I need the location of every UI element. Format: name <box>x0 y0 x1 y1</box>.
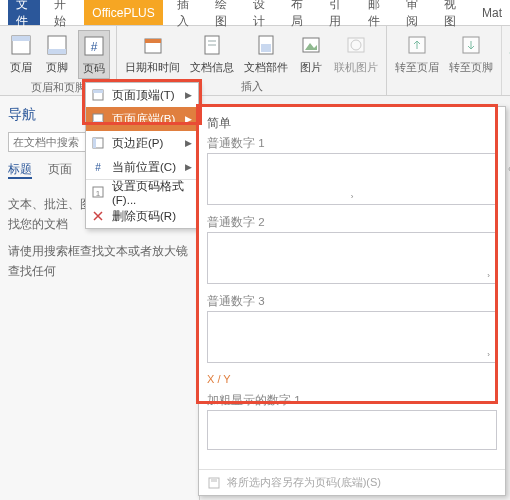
page-num-placeholder: › <box>487 271 490 280</box>
ribbon: 页眉 页脚 # 页码 页眉和页脚 日期和时间 <box>0 26 510 96</box>
page-num-placeholder: › <box>351 192 354 201</box>
svg-text:#: # <box>91 40 98 54</box>
tab-math[interactable]: Mat <box>474 0 510 25</box>
tab-mail[interactable]: 邮件 <box>360 0 392 25</box>
menu-current-position[interactable]: # 当前位置(C) ▶ <box>86 155 198 179</box>
gallery-section-simple: 简单 <box>207 115 497 132</box>
svg-rect-1 <box>12 36 30 41</box>
submenu-arrow-icon: ▶ <box>185 90 192 100</box>
online-picture-button[interactable]: 联机图片 <box>332 30 380 77</box>
menu-format-page-number[interactable]: 1 设置页码格式(F)... <box>86 180 198 204</box>
page-number-button[interactable]: # 页码 <box>78 30 110 79</box>
group-goto-label <box>393 80 495 95</box>
footer-button[interactable]: 页脚 <box>42 30 72 77</box>
header-button[interactable]: 页眉 <box>6 30 36 77</box>
tab-insert[interactable]: 插入 <box>169 0 201 25</box>
remove-icon <box>91 209 105 223</box>
svg-rect-25 <box>93 138 96 148</box>
ribbon-group-nav: 上一条 下一条 链接到前一节 导航 <box>502 26 510 95</box>
menu-margins[interactable]: 页边距(P) ▶ <box>86 131 198 155</box>
gallery-item-1-title: 普通数字 1 <box>207 136 497 151</box>
tab-review[interactable]: 审阅 <box>398 0 430 25</box>
footer-label: 页脚 <box>46 60 68 75</box>
ribbon-tabs: 文件 开始 OfficePLUS 插入 绘图 设计 布局 引用 邮件 审阅 视图… <box>0 0 510 26</box>
nav-tab-heading[interactable]: 标题 <box>8 162 32 179</box>
picture-button[interactable]: 图片 <box>296 30 326 77</box>
docinfo-label: 文档信息 <box>190 60 234 75</box>
format-icon: 1 <box>91 185 105 199</box>
gallery-footer-label: 将所选内容另存为页码(底端)(S) <box>227 475 381 490</box>
tab-home[interactable]: 开始 <box>46 0 78 25</box>
tab-officeplus[interactable]: OfficePLUS <box>84 0 162 25</box>
tab-view[interactable]: 视图 <box>436 0 468 25</box>
tab-draw[interactable]: 绘图 <box>207 0 239 25</box>
svg-rect-30 <box>211 478 217 482</box>
docinfo-button[interactable]: 文档信息 <box>188 30 236 77</box>
nav-body-line2: 请使用搜索框查找文本或者放大镜查找任何 <box>8 242 191 281</box>
tab-file[interactable]: 文件 <box>8 0 40 25</box>
picture-icon <box>298 32 324 58</box>
gallery-item-3[interactable]: › <box>207 311 497 363</box>
svg-rect-7 <box>145 39 161 43</box>
goto-header-label: 转至页眉 <box>395 60 439 75</box>
menu-remove-label: 删除页码(R) <box>112 209 176 224</box>
page-number-icon: # <box>81 33 107 59</box>
ribbon-group-goto: 转至页眉 转至页脚 <box>387 26 502 95</box>
footer-icon <box>44 32 70 58</box>
save-icon <box>207 476 221 490</box>
picture-label: 图片 <box>300 60 322 75</box>
tab-design[interactable]: 设计 <box>245 0 277 25</box>
menu-margins-label: 页边距(P) <box>112 136 163 151</box>
gallery-item-3-title: 普通数字 3 <box>207 294 497 309</box>
svg-rect-3 <box>48 49 66 54</box>
goto-footer-icon <box>458 32 484 58</box>
page-bottom-icon <box>91 112 105 126</box>
page-number-gallery: 简单 普通数字 1 › 普通数字 2 › 普通数字 3 › X / Y 加粗显示… <box>198 106 506 496</box>
nav-tab-page[interactable]: 页面 <box>48 162 72 179</box>
svg-text:#: # <box>95 162 101 173</box>
page-number-label: 页码 <box>83 61 105 76</box>
menu-format-label: 设置页码格式(F)... <box>112 179 192 206</box>
goto-header-icon <box>404 32 430 58</box>
page-num-placeholder: › <box>487 350 490 359</box>
goto-header-button[interactable]: 转至页眉 <box>393 30 441 77</box>
svg-rect-21 <box>93 90 103 93</box>
page-top-icon <box>91 88 105 102</box>
gallery-item-1[interactable]: › <box>207 153 497 205</box>
menu-top-label: 页面顶端(T) <box>112 88 175 103</box>
submenu-arrow-icon: ▶ <box>185 162 192 172</box>
goto-footer-label: 转至页脚 <box>449 60 493 75</box>
gallery-item-2-title: 普通数字 2 <box>207 215 497 230</box>
svg-rect-23 <box>93 121 103 124</box>
menu-bottom-of-page[interactable]: 页面底端(B) ▶ <box>86 107 198 131</box>
menu-current-label: 当前位置(C) <box>112 160 176 175</box>
gallery-item-2[interactable]: › <box>207 232 497 284</box>
datetime-label: 日期和时间 <box>125 60 180 75</box>
gallery-footer[interactable]: 将所选内容另存为页码(底端)(S) <box>199 469 505 495</box>
svg-text:1: 1 <box>96 189 101 198</box>
datetime-button[interactable]: 日期和时间 <box>123 30 182 77</box>
online-picture-label: 联机图片 <box>334 60 378 75</box>
docpart-label: 文档部件 <box>244 60 288 75</box>
docpart-icon <box>253 32 279 58</box>
docinfo-icon <box>199 32 225 58</box>
header-icon <box>8 32 34 58</box>
header-label: 页眉 <box>10 60 32 75</box>
tab-layout[interactable]: 布局 <box>283 0 315 25</box>
page-number-menu: 页面顶端(T) ▶ 页面底端(B) ▶ 页边距(P) ▶ # 当前位置(C) ▶… <box>85 82 199 229</box>
calendar-icon <box>140 32 166 58</box>
submenu-arrow-icon: ▶ <box>185 114 192 124</box>
page-margin-icon <box>91 136 105 150</box>
docpart-button[interactable]: 文档部件 <box>242 30 290 77</box>
gallery-bold-1[interactable] <box>207 410 497 450</box>
submenu-arrow-icon: ▶ <box>185 138 192 148</box>
current-pos-icon: # <box>91 160 105 174</box>
menu-remove-page-number[interactable]: 删除页码(R) <box>86 204 198 228</box>
gallery-xy-sep: X / Y <box>207 373 497 385</box>
goto-footer-button[interactable]: 转至页脚 <box>447 30 495 77</box>
menu-top-of-page[interactable]: 页面顶端(T) ▶ <box>86 83 198 107</box>
tab-references[interactable]: 引用 <box>321 0 353 25</box>
gallery-bold-1-title: 加粗显示的数字 1 <box>207 393 497 408</box>
online-picture-icon <box>343 32 369 58</box>
menu-bottom-label: 页面底端(B) <box>112 112 175 127</box>
